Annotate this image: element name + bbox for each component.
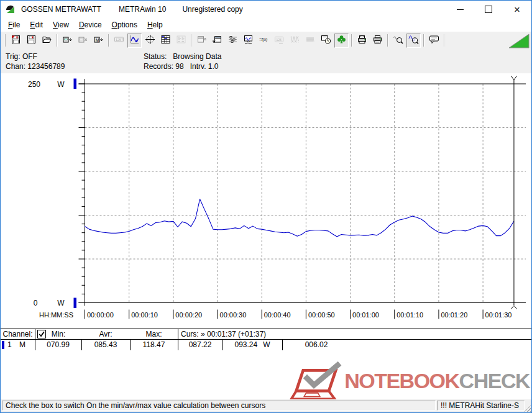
menu-item-device[interactable]: Device xyxy=(74,19,107,31)
device-read-icon xyxy=(62,34,73,47)
unit-label: W xyxy=(263,340,270,350)
device-memory-button[interactable]: M xyxy=(91,34,106,48)
minmax-checkbox[interactable] xyxy=(37,330,46,338)
chart-plot-area[interactable]: 00:00:0000:00:1000:00:2000:00:3000:00:40… xyxy=(1,73,531,328)
wave-dense-icon xyxy=(305,34,316,47)
title-unregistered: Unregistered copy xyxy=(182,5,242,14)
remote-display-button: 123 xyxy=(272,34,287,48)
table-grid-icon xyxy=(160,34,171,47)
print-report-button[interactable] xyxy=(355,34,369,48)
menu-bar: FileEditViewDeviceOptionsHelp xyxy=(1,18,531,32)
print-button[interactable] xyxy=(370,34,385,48)
info-strip: Trig: OFF Chan: 123456789 Status: Browsi… xyxy=(1,49,531,74)
save-icon xyxy=(26,34,37,47)
app-icon xyxy=(6,4,16,14)
menu-item-edit[interactable]: Edit xyxy=(25,19,48,31)
toolbar-separator xyxy=(5,34,6,47)
zoom-curve-icon xyxy=(408,34,419,47)
watermark-text: NOTEBOOKCHECK xyxy=(344,369,530,393)
channel-range-marker-bottom xyxy=(74,298,77,309)
x-tick-label: 00:00:20 xyxy=(175,311,202,319)
channel-mode: M xyxy=(19,340,25,350)
graph-view-button[interactable] xyxy=(127,34,142,48)
minimize-icon xyxy=(457,9,464,10)
channel-scale-button[interactable] xyxy=(226,34,240,48)
svg-text:=f(x): =f(x) xyxy=(259,37,267,42)
menu-item-options[interactable]: Options xyxy=(107,19,142,31)
metrawin-window: GOSSEN METRAWATT METRAwin 10 Unregistere… xyxy=(0,0,532,413)
status-message: Check the box to switch On the min/avr/m… xyxy=(2,401,436,411)
col-header-max: Max: xyxy=(130,329,178,339)
formula-button[interactable]: =f(x) xyxy=(257,34,271,48)
sliders-icon xyxy=(227,34,238,47)
lcd-display-icon: 1257 xyxy=(114,34,124,47)
numeric-display-button: 1257 xyxy=(112,34,126,48)
x-tick-label: 00:01:00 xyxy=(352,311,379,319)
menu-item-help[interactable]: Help xyxy=(142,19,168,31)
y-unit-label: W xyxy=(57,299,65,307)
envelope-curve-button xyxy=(288,34,302,48)
cursor-mode-button[interactable] xyxy=(143,34,157,48)
histogram-icon xyxy=(176,34,186,47)
time-window-button[interactable] xyxy=(319,34,333,48)
print-mail-icon xyxy=(357,34,367,47)
x-tick-label: 00:00:40 xyxy=(264,311,291,319)
trigger-status: Trig: OFF xyxy=(6,52,37,61)
read-device-button[interactable] xyxy=(60,34,75,48)
tooltip-button[interactable] xyxy=(427,34,441,48)
divider xyxy=(282,340,283,350)
notebookcheck-laptop-icon xyxy=(290,361,344,400)
save-button[interactable] xyxy=(9,34,23,48)
online-monitor-button[interactable] xyxy=(241,34,255,48)
toolbar-separator xyxy=(191,34,192,47)
col-header-channel: Channel: xyxy=(1,329,35,339)
connection-indicator-icon xyxy=(508,34,530,48)
power-time-chart[interactable]: 00:00:0000:00:1000:00:2000:00:3000:00:40… xyxy=(1,73,531,328)
power-curve xyxy=(85,199,514,237)
save-as-button[interactable] xyxy=(24,34,39,48)
cursor2-value-cell: 093.24 W xyxy=(222,340,282,350)
zoom-mode-button[interactable] xyxy=(406,34,421,48)
window-import-icon xyxy=(212,34,222,47)
condense-button[interactable] xyxy=(334,34,349,48)
col-header-min: Min: xyxy=(35,329,81,339)
channel-number: 1 xyxy=(7,340,12,350)
toolbar-separator xyxy=(108,34,109,47)
crosshair-icon xyxy=(145,34,155,47)
zoom-wave-icon xyxy=(393,34,403,47)
formula-icon: =f(x) xyxy=(259,34,269,47)
browse-status: Status: Browsing Data xyxy=(144,52,221,61)
x-tick-label: 00:00:50 xyxy=(308,311,335,319)
status-bar: Check the box to switch On the min/avr/m… xyxy=(1,399,531,412)
menu-item-view[interactable]: View xyxy=(48,19,74,31)
cursor1-value: 087.22 xyxy=(178,340,222,350)
x-tick-label: 00:01:10 xyxy=(397,311,423,319)
maximize-button[interactable] xyxy=(474,1,503,18)
x-tick-label: 00:00:10 xyxy=(131,311,158,319)
records-interval: Records: 98 Intrv. 1.0 xyxy=(144,62,219,71)
speech-bubble-icon xyxy=(429,34,439,47)
title-product: METRAwin 10 xyxy=(119,5,166,14)
printer-icon xyxy=(372,34,383,47)
close-button[interactable]: × xyxy=(503,1,531,18)
divider xyxy=(222,340,223,350)
title-app-name: GOSSEN METRAWATT xyxy=(21,5,101,14)
col-header-avr: Avr: xyxy=(81,329,130,339)
divider xyxy=(81,340,82,350)
menu-item-file[interactable]: File xyxy=(3,19,25,31)
window-export-icon xyxy=(196,34,207,47)
channel-list: Chan: 123456789 xyxy=(6,62,65,71)
x-tick-label: 00:01:30 xyxy=(485,311,512,319)
x-axis-label: HH:MM:SS xyxy=(39,311,73,319)
import-window-button[interactable] xyxy=(210,34,224,48)
statistics-view-button xyxy=(174,34,188,48)
toolbar-separator xyxy=(351,34,352,47)
open-button[interactable] xyxy=(40,34,54,48)
zoom-out-button[interactable] xyxy=(391,34,405,48)
minimize-button[interactable] xyxy=(446,1,474,18)
toolbar: M1257=f(x)123 xyxy=(1,32,531,50)
x-tick-label: 00:01:20 xyxy=(441,311,467,319)
min-value: 070.99 xyxy=(35,340,81,350)
table-view-button[interactable] xyxy=(158,34,173,48)
svg-text:M: M xyxy=(96,37,99,42)
